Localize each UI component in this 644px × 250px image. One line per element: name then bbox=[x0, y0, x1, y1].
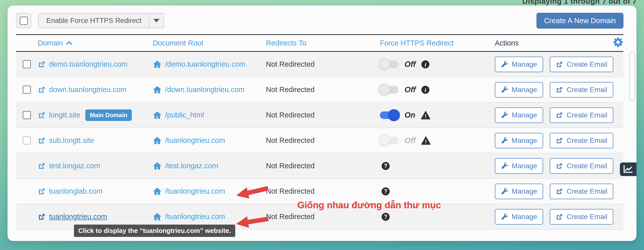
analytics-slideout-tab[interactable] bbox=[620, 162, 636, 176]
https-state-label: Off bbox=[405, 136, 416, 145]
home-icon bbox=[153, 60, 162, 68]
row-checkbox[interactable] bbox=[23, 60, 31, 68]
link-tooltip: Click to display the “tuanlongtrieu.com”… bbox=[74, 225, 235, 237]
row-checkbox[interactable] bbox=[23, 136, 31, 145]
wrench-icon bbox=[501, 188, 508, 195]
create-new-domain-button[interactable]: Create A New Domain bbox=[537, 13, 623, 28]
domain-link[interactable]: demo.tuanlongtrieu.com bbox=[38, 60, 153, 68]
table-settings-button[interactable] bbox=[613, 37, 623, 49]
redirects-to-value: Not Redirected bbox=[266, 213, 380, 221]
https-toggle[interactable] bbox=[380, 137, 398, 144]
manage-button[interactable]: Manage bbox=[495, 107, 543, 123]
home-icon bbox=[153, 111, 162, 119]
column-header-document-root[interactable]: Document Root bbox=[153, 39, 266, 47]
create-email-button[interactable]: Create Email bbox=[550, 184, 613, 199]
annotation-text: Giống nhau đường dẫn thư mục bbox=[297, 200, 441, 211]
document-root-link[interactable]: /down.tuanlongtrieu.com bbox=[153, 86, 266, 94]
question-icon[interactable]: ? bbox=[381, 213, 390, 221]
home-icon bbox=[153, 86, 162, 94]
redirects-to-value: Not Redirected bbox=[266, 162, 380, 170]
https-state-label: On bbox=[405, 111, 415, 120]
https-toggle[interactable] bbox=[380, 86, 398, 94]
redirects-to-value: Not Redirected bbox=[266, 136, 380, 145]
select-all-checkbox[interactable] bbox=[16, 13, 31, 28]
wrench-icon bbox=[501, 137, 508, 144]
table-row: down.tuanlongtrieu.com /down.tuanlongtri… bbox=[16, 77, 623, 103]
create-email-button[interactable]: Create Email bbox=[550, 158, 613, 174]
redirects-to-value: Not Redirected bbox=[266, 111, 380, 119]
manage-button[interactable]: Manage bbox=[495, 158, 543, 174]
domain-link[interactable]: test.longaz.com bbox=[38, 162, 153, 170]
bulk-action-caret-button[interactable] bbox=[149, 14, 164, 28]
annotation-arrow bbox=[235, 185, 270, 201]
redirects-to-value: Not Redirected bbox=[266, 187, 380, 195]
external-link-icon bbox=[38, 86, 46, 94]
document-root-link[interactable]: /tuanlongtrieu.com bbox=[153, 136, 266, 145]
https-toggle[interactable] bbox=[380, 61, 398, 68]
question-icon[interactable]: ? bbox=[381, 187, 390, 196]
domain-link[interactable]: tuanlonglab.com bbox=[38, 187, 153, 195]
home-icon bbox=[153, 162, 162, 170]
column-header-domain[interactable]: Domain bbox=[38, 39, 153, 47]
svg-text:!: ! bbox=[425, 138, 427, 145]
svg-text:i: i bbox=[425, 61, 426, 68]
domain-link[interactable]: tuanlongtrieu.com bbox=[38, 213, 153, 221]
wrench-icon bbox=[501, 61, 508, 68]
external-link-icon bbox=[38, 137, 46, 145]
external-link-icon bbox=[556, 111, 563, 119]
external-link-icon bbox=[556, 213, 563, 221]
document-root-link[interactable]: /demo.tuanlongtrieu.com bbox=[153, 60, 266, 68]
question-icon[interactable]: ? bbox=[381, 162, 390, 170]
wrench-icon bbox=[501, 111, 508, 119]
sort-asc-icon bbox=[66, 41, 72, 45]
create-email-button[interactable]: Create Email bbox=[550, 133, 613, 148]
manage-button[interactable]: Manage bbox=[495, 57, 543, 72]
svg-text:!: ! bbox=[425, 113, 426, 119]
info-icon[interactable]: i bbox=[421, 86, 430, 94]
checkbox-icon bbox=[20, 17, 28, 25]
redirects-to-value: Not Redirected bbox=[266, 86, 380, 94]
column-header-force-https[interactable]: Force HTTPS Redirect bbox=[380, 39, 495, 47]
manage-button[interactable]: Manage bbox=[495, 209, 543, 225]
document-root-link[interactable]: /public_html bbox=[153, 111, 266, 119]
table-row: test.longaz.com /test.longaz.com Not Red… bbox=[16, 153, 623, 179]
gear-icon bbox=[613, 37, 623, 48]
svg-text:?: ? bbox=[384, 163, 387, 169]
domain-link[interactable]: down.tuanlongtrieu.com bbox=[38, 86, 153, 94]
https-toggle[interactable] bbox=[380, 111, 398, 119]
column-header-domain-label: Domain bbox=[38, 39, 63, 47]
document-root-link[interactable]: /test.longaz.com bbox=[153, 162, 266, 170]
row-checkbox[interactable] bbox=[23, 111, 31, 119]
row-checkbox[interactable] bbox=[23, 86, 31, 94]
create-email-button[interactable]: Create Email bbox=[550, 82, 613, 98]
external-link-icon bbox=[556, 86, 563, 94]
external-link-icon bbox=[38, 111, 46, 119]
main-domain-badge: Main Domain bbox=[85, 109, 132, 121]
home-icon bbox=[153, 137, 162, 144]
home-icon bbox=[153, 213, 162, 221]
toolbar: Enable Force HTTPS Redirect Create A New… bbox=[8, 6, 636, 29]
create-email-button[interactable]: Create Email bbox=[550, 209, 613, 225]
info-icon[interactable]: i bbox=[421, 60, 430, 69]
warning-icon[interactable]: ! bbox=[421, 136, 431, 145]
bulk-action-button[interactable]: Enable Force HTTPS Redirect bbox=[39, 14, 149, 28]
manage-button[interactable]: Manage bbox=[495, 133, 543, 148]
create-email-button[interactable]: Create Email bbox=[550, 107, 613, 123]
domain-link[interactable]: longtt.site bbox=[38, 111, 80, 119]
warning-icon[interactable]: ! bbox=[421, 111, 430, 119]
external-link-icon bbox=[38, 187, 46, 195]
manage-button[interactable]: Manage bbox=[495, 82, 543, 98]
create-email-button[interactable]: Create Email bbox=[550, 57, 613, 72]
column-header-redirects-to[interactable]: Redirects To bbox=[266, 39, 380, 47]
svg-text:?: ? bbox=[384, 188, 387, 195]
vertical-scrollbar[interactable] bbox=[629, 52, 635, 101]
svg-text:?: ? bbox=[384, 214, 387, 220]
redirects-to-value: Not Redirected bbox=[266, 60, 380, 68]
caret-down-icon bbox=[153, 19, 159, 22]
domain-link[interactable]: sub.longtt.site bbox=[38, 136, 153, 145]
wrench-icon bbox=[501, 162, 508, 170]
home-icon bbox=[153, 187, 162, 195]
external-link-icon bbox=[556, 61, 563, 68]
manage-button[interactable]: Manage bbox=[495, 184, 543, 199]
https-state-label: Off bbox=[405, 60, 416, 69]
